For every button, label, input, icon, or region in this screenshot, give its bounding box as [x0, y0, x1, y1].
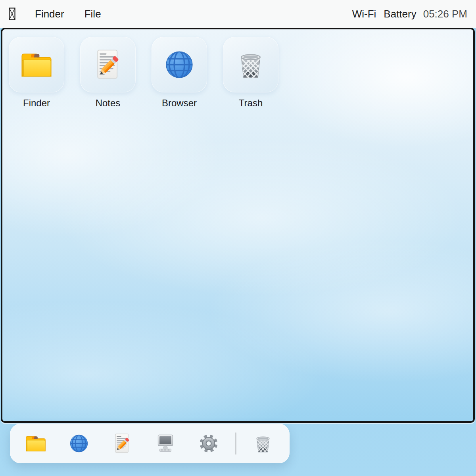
dock-item-trash[interactable] [251, 432, 274, 455]
desktop-icon-browser-button[interactable] [152, 37, 207, 92]
desktop-icon-label: Finder [23, 98, 50, 109]
menu-bar-status: Wi-Fi Battery 05:26 PM [352, 8, 467, 20]
desktop-icon-grid: Finder Notes Browser Trash [2, 29, 473, 109]
wastebasket-icon [233, 47, 268, 82]
dock-item-settings[interactable] [197, 432, 220, 455]
desktop-icon-notes: Notes [80, 37, 136, 109]
desktop: Finder Notes Browser Trash [1, 28, 475, 423]
menu-item-finder[interactable]: Finder [35, 8, 64, 20]
folder-icon [19, 47, 54, 82]
dock [10, 424, 290, 463]
memo-icon [111, 432, 134, 455]
menu-bar: Finder File Wi-Fi Battery 05:26 PM [0, 0, 476, 28]
desktop-icon-notes-button[interactable] [80, 37, 136, 92]
desktop-icon-browser: Browser [152, 37, 207, 109]
folder-icon [24, 432, 47, 455]
apple-logo-icon[interactable] [9, 8, 15, 20]
wastebasket-icon [251, 432, 274, 455]
desktop-icon-label: Notes [96, 98, 121, 109]
memo-icon [90, 47, 125, 82]
dock-item-browser[interactable] [67, 432, 90, 455]
clock[interactable]: 05:26 PM [423, 8, 467, 20]
dock-item-system[interactable] [154, 432, 177, 455]
desktop-icon-label: Trash [239, 98, 263, 109]
gear-icon [197, 432, 220, 455]
battery-menu-item[interactable]: Battery [384, 8, 416, 20]
globe-icon [67, 432, 90, 455]
wifi-menu-item[interactable]: Wi-Fi [352, 8, 376, 20]
desktop-icon-finder: Finder [9, 37, 64, 109]
computer-icon [154, 432, 177, 455]
desktop-icon-trash-button[interactable] [223, 37, 278, 92]
dock-item-finder[interactable] [24, 432, 47, 455]
dock-item-notes[interactable] [111, 432, 134, 455]
dock-divider [235, 432, 236, 455]
menu-item-file[interactable]: File [84, 8, 101, 20]
globe-icon [162, 47, 197, 82]
desktop-icon-label: Browser [162, 98, 197, 109]
desktop-icon-trash: Trash [223, 37, 278, 109]
desktop-icon-finder-button[interactable] [9, 37, 64, 92]
